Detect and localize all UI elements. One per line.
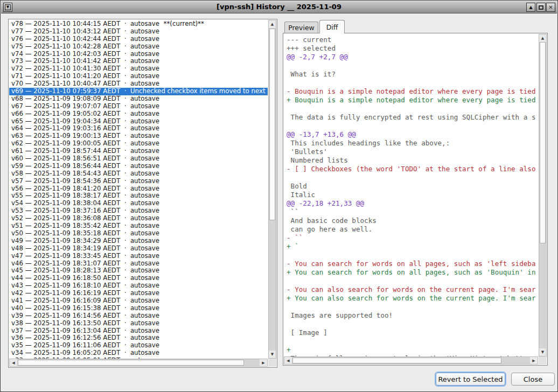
list-item[interactable]: v61 — 2025-11-09 18:57:44 AEDT · autosav…: [9, 148, 268, 155]
tab-diff[interactable]: Diff: [319, 20, 345, 33]
diff-line: [287, 251, 539, 260]
list-item[interactable]: v34 — 2025-11-09 16:05:20 AEDT · autosav…: [9, 349, 268, 357]
list-item[interactable]: v62 — 2025-11-09 19:00:05 AEDT · autosav…: [9, 140, 268, 148]
list-item[interactable]: v46 — 2025-11-09 18:31:07 AEDT · autosav…: [9, 260, 268, 268]
list-item[interactable]: v67 — 2025-11-09 19:07:07 AEDT · autosav…: [9, 103, 268, 110]
history-window: ▼ [vpn-ssh] History __ 2025-11-09 ▲ ✕ v7…: [0, 0, 558, 392]
diff-line: can go here as well.: [287, 225, 539, 234]
list-item[interactable]: v75 — 2025-11-10 10:42:28 AEDT · autosav…: [9, 43, 268, 51]
list-item[interactable]: v77 — 2025-11-10 10:43:12 AEDT · autosav…: [9, 28, 268, 36]
revert-to-selected-button[interactable]: Revert to Selected: [436, 373, 505, 386]
list-item[interactable]: v51 — 2025-11-09 18:35:42 AEDT · autosav…: [9, 222, 268, 230]
diff-line: + Bouquin is a simple notepad editor whe…: [287, 96, 539, 104]
scroll-up-icon[interactable]: ▲: [269, 20, 276, 28]
diff-line: - ``: [287, 234, 539, 242]
list-item[interactable]: v63 — 2025-11-09 19:00:13 AEDT · autosav…: [9, 132, 268, 140]
list-item[interactable]: v54 — 2025-11-09 18:38:04 AEDT · autosav…: [9, 200, 268, 207]
tab-preview[interactable]: Preview: [284, 22, 318, 33]
diff-line: [287, 320, 539, 328]
tab-diff-label: Diff: [326, 23, 338, 31]
list-vscrollbar[interactable]: ▲ ▼: [268, 20, 276, 359]
diff-line: --- current: [287, 36, 539, 44]
tab-preview-label: Preview: [288, 24, 315, 32]
close-button[interactable]: Close: [511, 373, 555, 386]
scroll-up-icon[interactable]: ▲: [539, 34, 546, 42]
diff-line: [287, 61, 539, 70]
list-item[interactable]: v56 — 2025-11-09 18:41:20 AEDT · autosav…: [9, 185, 268, 193]
shade-button[interactable]: ▲: [526, 3, 535, 12]
scroll-right-icon[interactable]: ▶: [530, 357, 538, 364]
list-item[interactable]: v59 — 2025-11-09 18:56:44 AEDT · autosav…: [9, 163, 268, 170]
list-item[interactable]: v70 — 2025-11-10 10:40:47 AEDT · autosav…: [9, 80, 268, 88]
list-item[interactable]: v40 — 2025-11-09 16:15:38 AEDT · autosav…: [9, 305, 268, 312]
list-item[interactable]: v76 — 2025-11-10 10:42:44 AEDT · autosav…: [9, 36, 268, 43]
list-item[interactable]: v35 — 2025-11-09 16:11:06 AEDT · autosav…: [9, 342, 268, 349]
list-item[interactable]: v58 — 2025-11-09 18:54:43 AEDT · autosav…: [9, 170, 268, 178]
list-hscrollbar[interactable]: ◀ ▶: [9, 359, 268, 367]
list-item[interactable]: v66 — 2025-11-09 19:05:02 AEDT · autosav…: [9, 110, 268, 118]
diff-line: + You can search for words on all pages,…: [287, 268, 539, 277]
list-item[interactable]: v64 — 2025-11-09 19:03:16 AEDT · autosav…: [9, 125, 268, 132]
titlebar-close-button[interactable]: ✕: [546, 3, 555, 12]
list-item[interactable]: v73 — 2025-11-10 10:41:42 AEDT · autosav…: [9, 58, 268, 65]
titlebar: ▼ [vpn-ssh] History __ 2025-11-09 ▲ ✕: [1, 1, 557, 13]
scroll-down-icon[interactable]: ▼: [269, 351, 276, 358]
list-item[interactable]: v44 — 2025-11-09 16:18:50 AEDT · autosav…: [9, 275, 268, 282]
diff-vscrollbar-thumb[interactable]: [540, 42, 546, 243]
list-item[interactable]: v45 — 2025-11-09 18:28:13 AEDT · autosav…: [9, 267, 268, 275]
diff-line: The data is fully encrypted at rest usin…: [287, 113, 539, 122]
list-item[interactable]: v71 — 2025-11-10 10:41:20 AEDT · autosav…: [9, 73, 268, 80]
diff-line: - [ ] Checkboxes (the word 'TODO' at the…: [287, 165, 539, 173]
diff-line: @@ -2,7 +2,7 @@: [287, 53, 539, 61]
diff-line: [287, 104, 539, 113]
diff-line: [287, 277, 539, 285]
diff-line: - You can also search for words on the c…: [287, 285, 539, 294]
list-item[interactable]: v36 — 2025-11-09 16:12:56 AEDT · autosav…: [9, 334, 268, 342]
diff-line: [287, 173, 539, 182]
scroll-right-icon[interactable]: ▶: [260, 359, 267, 366]
history-list: v78 — 2025-11-10 10:44:15 AEDT · autosav…: [8, 19, 277, 368]
list-item[interactable]: v38 — 2025-11-09 16:13:50 AEDT · autosav…: [9, 320, 268, 327]
diff-line: + You can also search for words on the c…: [287, 294, 539, 303]
list-item[interactable]: v57 — 2025-11-09 18:54:36 AEDT · autosav…: [9, 178, 268, 185]
list-item[interactable]: v50 — 2025-11-09 18:35:18 AEDT · autosav…: [9, 230, 268, 237]
scroll-left-icon[interactable]: ◀: [284, 357, 292, 364]
diff-line: Numbered lists: [287, 156, 539, 165]
list-item[interactable]: v53 — 2025-11-09 18:37:16 AEDT · autosav…: [9, 207, 268, 215]
list-item[interactable]: v47 — 2025-11-09 18:33:45 AEDT · autosav…: [9, 253, 268, 260]
diff-vscrollbar[interactable]: ▲ ▼: [539, 34, 547, 356]
diff-hscrollbar[interactable]: ◀ ▶: [284, 356, 538, 365]
list-item[interactable]: v65 — 2025-11-09 19:04:34 AEDT · autosav…: [9, 118, 268, 125]
scroll-down-icon[interactable]: ▼: [539, 348, 546, 356]
diff-text: --- current+++ selected@@ -2,7 +2,7 @@ W…: [283, 33, 548, 366]
list-item[interactable]: v55 — 2025-11-09 18:38:17 AEDT · autosav…: [9, 192, 268, 200]
list-item[interactable]: v37 — 2025-11-09 16:13:04 AEDT · autosav…: [9, 327, 268, 335]
diff-lines: --- current+++ selected@@ -2,7 +2,7 @@ W…: [287, 36, 539, 357]
list-item[interactable]: v43 — 2025-11-09 16:18:10 AEDT · autosav…: [9, 282, 268, 290]
maximize-icon: [539, 5, 543, 10]
list-item[interactable]: v68 — 2025-11-09 19:08:09 AEDT · autosav…: [9, 95, 268, 103]
list-item[interactable]: v52 — 2025-11-09 18:36:08 AEDT · autosav…: [9, 215, 268, 222]
list-item[interactable]: v74 — 2025-11-10 10:42:03 AEDT · autosav…: [9, 51, 268, 58]
diff-line: Images are supported too!: [287, 311, 539, 320]
maximize-button[interactable]: [536, 3, 546, 12]
list-item[interactable]: v39 — 2025-11-09 16:14:56 AEDT · autosav…: [9, 312, 268, 320]
diff-line: + `: [287, 242, 539, 251]
diff-line: +: [287, 346, 539, 354]
list-item[interactable]: v72 — 2025-11-10 10:41:30 AEDT · autosav…: [9, 65, 268, 73]
list-hscrollbar-thumb[interactable]: [18, 360, 244, 366]
shade-icon: ▲: [529, 5, 532, 10]
diff-line: [287, 122, 539, 130]
list-item[interactable]: v42 — 2025-11-09 16:16:19 AEDT · autosav…: [9, 290, 268, 297]
list-item[interactable]: v60 — 2025-11-09 18:56:51 AEDT · autosav…: [9, 155, 268, 163]
list-item[interactable]: v78 — 2025-11-10 10:44:15 AEDT · autosav…: [9, 20, 268, 28]
list-item[interactable]: v48 — 2025-11-09 18:34:19 AEDT · autosav…: [9, 245, 268, 253]
list-item[interactable]: v49 — 2025-11-09 18:34:29 AEDT · autosav…: [9, 237, 268, 245]
scroll-left-icon[interactable]: ◀: [10, 359, 17, 366]
diff-line: @@ -13,7 +13,6 @@: [287, 130, 539, 139]
list-item[interactable]: v69 — 2025-11-10 07:59:37 AEDT · Uncheck…: [9, 88, 268, 95]
diff-hscrollbar-thumb[interactable]: [292, 358, 501, 363]
list-vscrollbar-thumb[interactable]: [269, 29, 275, 220]
list-item[interactable]: v41 — 2025-11-09 16:16:09 AEDT · autosav…: [9, 297, 268, 305]
close-icon: ✕: [548, 4, 553, 10]
